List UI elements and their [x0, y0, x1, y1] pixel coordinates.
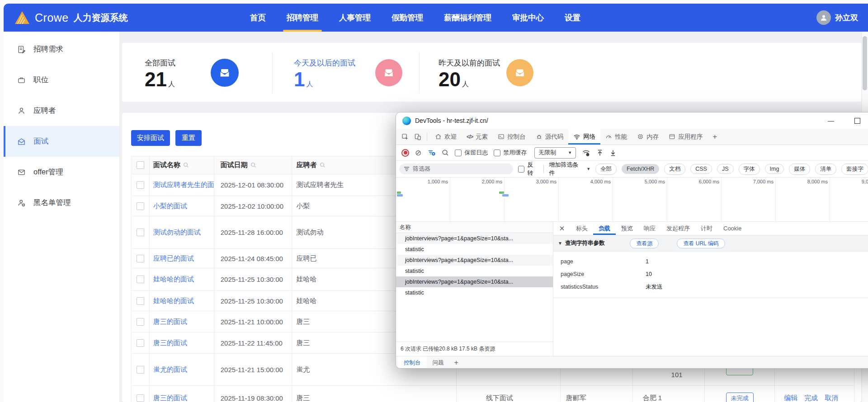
request-row[interactable]: jobInterviews?page=1&pageSize=10&sta...: [396, 233, 553, 244]
row-checkbox[interactable]: [137, 297, 144, 305]
details-tab-response[interactable]: 响应: [638, 222, 661, 235]
row-checkbox[interactable]: [137, 276, 144, 283]
details-tab-timing[interactable]: 计时: [695, 222, 718, 235]
devtools-tab-network[interactable]: 网络: [568, 129, 600, 145]
device-toolbar-icon[interactable]: [411, 129, 424, 145]
search-icon[interactable]: [442, 149, 449, 156]
request-row[interactable]: statistic: [396, 266, 553, 276]
drawer-tab-issues[interactable]: 问题: [427, 356, 450, 369]
edit-link[interactable]: 编辑: [784, 394, 797, 402]
details-tab-headers[interactable]: 标头: [571, 222, 593, 235]
interview-name-link[interactable]: 测试应聘者先生的面试: [153, 181, 214, 189]
record-button[interactable]: [401, 149, 409, 157]
filter-pill-js[interactable]: JS: [717, 164, 734, 174]
select-all-checkbox[interactable]: [137, 161, 144, 169]
interview-name-link[interactable]: 唐三的面试: [153, 394, 187, 402]
filter-pill-manifest[interactable]: 清单: [815, 164, 836, 175]
row-checkbox[interactable]: [137, 366, 144, 374]
row-checkbox[interactable]: [137, 339, 144, 347]
schedule-interview-button[interactable]: 安排面试: [131, 130, 170, 146]
row-checkbox[interactable]: [137, 394, 144, 402]
filter-pill-socket[interactable]: 套接字: [841, 164, 868, 175]
nav-item-attendance[interactable]: 假勤管理: [392, 4, 423, 32]
devtools-tab-performance[interactable]: 性能: [600, 129, 632, 145]
request-row[interactable]: jobInterviews?page=1&pageSize=10&sta...: [396, 255, 553, 266]
request-row[interactable]: statistic: [396, 287, 553, 298]
invert-checkbox[interactable]: [518, 166, 524, 173]
search-icon[interactable]: [320, 162, 326, 168]
row-checkbox[interactable]: [137, 202, 144, 210]
devtools-tab-application[interactable]: 应用程序: [664, 129, 708, 145]
user-menu[interactable]: 孙立双: [816, 4, 858, 32]
clear-icon[interactable]: ⊘: [415, 149, 421, 157]
nav-item-home[interactable]: 首页: [250, 4, 266, 32]
view-url-encoded-button[interactable]: 查看 URL 编码: [677, 238, 725, 248]
devtools-tab-welcome[interactable]: 欢迎: [430, 129, 462, 145]
interview-name-link[interactable]: 蚩尤的面试: [153, 365, 187, 374]
nav-item-settings[interactable]: 设置: [565, 4, 580, 32]
disable-cache-checkbox[interactable]: [494, 150, 500, 156]
drawer-tab-console[interactable]: 控制台: [398, 356, 427, 369]
nav-item-approval[interactable]: 审批中心: [512, 4, 544, 32]
network-conditions-icon[interactable]: [582, 149, 590, 157]
export-har-icon[interactable]: [609, 149, 617, 157]
filter-pill-doc[interactable]: 文档: [664, 164, 685, 175]
filter-input[interactable]: 筛选器: [399, 164, 513, 174]
filter-pill-fetch-xhr[interactable]: Fetch/XHR: [622, 164, 659, 174]
reset-button[interactable]: 重置: [175, 130, 202, 146]
disable-cache-option[interactable]: 禁用缓存: [494, 149, 527, 157]
throttling-select[interactable]: 无限制▼: [534, 147, 576, 159]
filter-pill-media[interactable]: 媒体: [789, 164, 810, 175]
nav-item-payroll[interactable]: 薪酬福利管理: [444, 4, 491, 32]
inspect-element-icon[interactable]: [399, 129, 411, 145]
sidebar-item-recruit-needs[interactable]: 招聘需求: [4, 34, 119, 65]
interview-name-link[interactable]: 测试勿动的面试: [153, 228, 201, 237]
nav-item-hr[interactable]: 人事管理: [339, 4, 371, 32]
query-params-section-header[interactable]: ▼ 查询字符串参数 查看源 查看 URL 编码: [553, 235, 868, 252]
devtools-tab-elements[interactable]: </>元素: [462, 129, 493, 145]
maximize-button[interactable]: [848, 112, 866, 129]
interview-name-link[interactable]: 唐三的面试: [153, 339, 187, 347]
more-filters-dropdown[interactable]: 增加筛选条件▼: [549, 161, 590, 177]
filter-pill-img[interactable]: Img: [765, 164, 784, 174]
request-list-header[interactable]: 名称: [396, 222, 553, 233]
view-source-button[interactable]: 查看源: [630, 238, 659, 248]
devtools-tab-console[interactable]: 控制台: [493, 129, 531, 145]
request-row-selected[interactable]: jobInterviews?page=1&pageSize=10&sta...: [396, 276, 553, 287]
close-icon[interactable]: ✕: [553, 222, 571, 235]
request-row[interactable]: statistic: [396, 244, 553, 255]
sidebar-item-candidates[interactable]: 应聘者: [4, 95, 119, 126]
row-checkbox[interactable]: [137, 181, 144, 189]
interview-name-link[interactable]: 应聘已的面试: [153, 254, 194, 263]
filter-pill-all[interactable]: 全部: [595, 164, 617, 175]
details-tab-preview[interactable]: 预览: [616, 222, 638, 235]
details-tab-payload[interactable]: 负载: [593, 222, 616, 235]
devtools-titlebar[interactable]: DevTools - hr-test.zjf-it.cn/ —: [396, 112, 868, 129]
minimize-button[interactable]: —: [822, 112, 840, 129]
interview-name-link[interactable]: 娃哈哈的面试: [153, 275, 194, 284]
sidebar-item-interviews[interactable]: 面试: [4, 126, 119, 157]
devtools-more-tabs-button[interactable]: +: [708, 129, 722, 145]
invert-filter-option[interactable]: 反转: [518, 161, 538, 177]
preserve-log-checkbox[interactable]: [455, 150, 462, 156]
import-har-icon[interactable]: [596, 149, 604, 157]
filter-pill-css[interactable]: CSS: [690, 164, 712, 174]
interview-name-link[interactable]: 小梨的面试: [153, 202, 187, 210]
interview-name-link[interactable]: 唐三的面试: [153, 318, 187, 326]
network-timeline[interactable]: 1,000 ms 2,000 ms 3,000 ms 4,000 ms 5,00…: [396, 178, 868, 222]
row-checkbox[interactable]: [137, 318, 144, 326]
details-tab-cookie[interactable]: Cookie: [718, 222, 747, 235]
row-checkbox[interactable]: [137, 255, 144, 262]
sidebar-item-positions[interactable]: 职位: [4, 65, 119, 95]
search-icon[interactable]: [183, 162, 189, 168]
preserve-log-option[interactable]: 保留日志: [455, 149, 488, 157]
search-icon[interactable]: [250, 162, 256, 168]
filter-toggle-icon[interactable]: [427, 149, 436, 157]
nav-item-recruitment[interactable]: 招聘管理: [287, 4, 318, 32]
interview-name-link[interactable]: 娃哈哈的面试: [153, 297, 194, 305]
devtools-tab-memory[interactable]: 内存: [632, 129, 664, 145]
complete-link[interactable]: 完成: [804, 394, 818, 402]
cancel-link[interactable]: 取消: [825, 394, 838, 402]
details-tab-initiator[interactable]: 发起程序: [661, 222, 695, 235]
devtools-tab-sources[interactable]: 源代码: [531, 129, 569, 145]
